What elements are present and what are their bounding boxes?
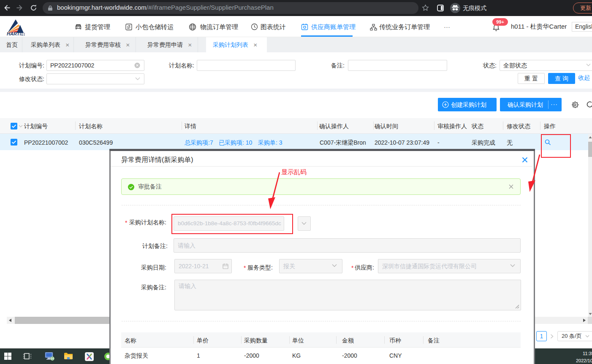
svg-text:HART: HART [7, 31, 20, 36]
svg-text:精速: 精速 [19, 32, 25, 36]
